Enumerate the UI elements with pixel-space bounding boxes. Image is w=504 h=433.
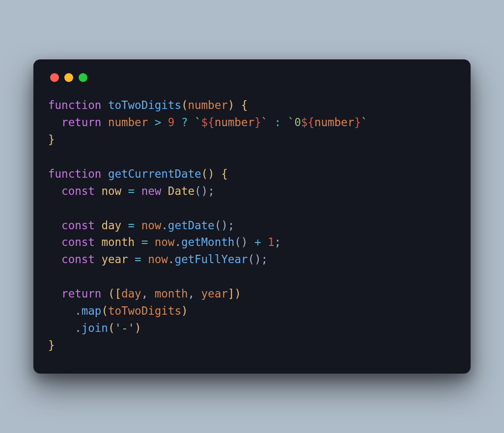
method-join: join (82, 322, 108, 334)
indent (48, 322, 75, 334)
brace-open: { (221, 167, 228, 180)
traffic-lights (48, 73, 456, 82)
interp-ident: number (215, 116, 254, 129)
brace-open: { (241, 99, 248, 111)
identifier-year: year (201, 287, 228, 300)
number: 9 (168, 116, 175, 129)
paren-close: ) (228, 99, 235, 111)
parens: () (195, 185, 208, 197)
operator-gt: > (155, 116, 162, 129)
keyword-const: const (61, 185, 95, 197)
function-name: getCurrentDate (108, 167, 201, 180)
dot: . (75, 322, 82, 334)
indent (48, 116, 61, 129)
minimize-icon[interactable] (64, 73, 73, 82)
keyword-const: const (61, 236, 95, 248)
identifier-now: now (141, 219, 162, 232)
indent (48, 287, 61, 300)
code-block: function toTwoDigits(number) { return nu… (48, 97, 456, 353)
operator-eq: = (128, 219, 135, 232)
identifier-now: now (155, 236, 175, 248)
paren-close: ) (181, 304, 188, 317)
dot: . (161, 219, 168, 232)
operator-eq: = (141, 236, 148, 248)
template-backtick: ` (361, 116, 368, 129)
template-literal-zero: 0 (294, 116, 301, 129)
variable-month: month (101, 236, 135, 248)
semicolon: ; (228, 219, 235, 232)
string-dash: '-' (114, 322, 135, 334)
bracket-open: [ (114, 287, 121, 300)
paren-open: ( (101, 304, 108, 317)
method-map: map (82, 304, 102, 317)
paren-open: ( (108, 287, 115, 300)
parens: () (234, 236, 248, 248)
paren-open: ( (181, 99, 188, 111)
function-name: toTwoDigits (108, 99, 181, 111)
parens: () (201, 167, 215, 180)
indent (48, 236, 61, 248)
number: 1 (268, 236, 275, 248)
keyword-const: const (61, 253, 95, 266)
paren-open: ( (108, 322, 115, 334)
bracket-close: ] (228, 287, 235, 300)
template-backtick: ` (195, 116, 201, 129)
indent (48, 253, 61, 266)
variable-now: now (101, 185, 121, 197)
operator-eq: = (135, 253, 141, 266)
argument: toTwoDigits (108, 304, 181, 317)
keyword-return: return (61, 116, 101, 129)
param: number (188, 99, 227, 111)
interp-close: } (254, 116, 261, 129)
dot: . (168, 253, 175, 266)
dot: . (75, 304, 82, 317)
method-getdate: getDate (168, 219, 215, 232)
operator-ternary-colon: : (275, 116, 281, 129)
variable-day: day (101, 219, 121, 232)
template-backtick: ` (288, 116, 295, 129)
interp-ident: number (314, 116, 354, 129)
variable-year: year (101, 253, 128, 266)
keyword-function: function (48, 167, 101, 180)
template-backtick: ` (261, 116, 268, 129)
method-getmonth: getMonth (181, 236, 234, 248)
paren-close: ) (135, 322, 141, 334)
indent (48, 304, 75, 317)
maximize-icon[interactable] (79, 73, 87, 82)
semicolon: ; (208, 185, 215, 197)
brace-close: } (48, 133, 55, 146)
interp-close: } (354, 116, 361, 129)
operator-eq: = (128, 185, 135, 197)
parens: () (215, 219, 228, 232)
class-date: Date (168, 185, 195, 197)
code-window: function toTwoDigits(number) { return nu… (33, 59, 471, 373)
identifier-day: day (121, 287, 141, 300)
dot: . (174, 236, 181, 248)
operator-plus: + (254, 236, 261, 248)
keyword-function: function (48, 99, 101, 111)
brace-close: } (48, 339, 55, 352)
semicolon: ; (275, 236, 281, 248)
identifier: number (108, 116, 148, 129)
indent (48, 219, 61, 232)
semicolon: ; (261, 253, 268, 266)
comma: , (188, 287, 195, 300)
keyword-const: const (61, 219, 95, 232)
identifier-month: month (155, 287, 188, 300)
close-icon[interactable] (50, 73, 59, 82)
indent (48, 185, 61, 197)
method-getfullyear: getFullYear (174, 253, 248, 266)
parens: () (248, 253, 261, 266)
operator-ternary-q: ? (181, 116, 188, 129)
keyword-new: new (141, 185, 162, 197)
interp-open: ${ (201, 116, 215, 129)
paren-close: ) (234, 287, 241, 300)
interp-open: ${ (301, 116, 314, 129)
identifier-now: now (148, 253, 168, 266)
comma: , (141, 287, 148, 300)
keyword-return: return (61, 287, 101, 300)
